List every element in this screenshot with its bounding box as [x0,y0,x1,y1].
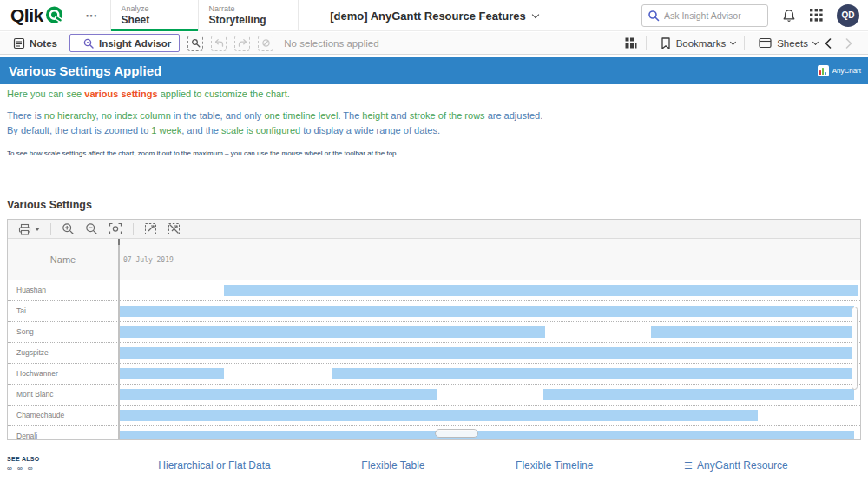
column-splitter[interactable] [118,239,120,439]
insight-search-box[interactable] [641,4,768,27]
notes-icon [13,37,25,49]
bookmarks-dropdown[interactable]: Bookmarks [655,37,736,49]
sheet-banner: Various Settings Applied AnyChart [0,57,868,84]
next-sheet-icon[interactable] [838,38,859,49]
tab-narrate-storytelling[interactable]: Narrate Storytelling [199,0,299,30]
top-bar: Qlik ●●● Analyze Sheet Narrate Storytell… [0,0,868,31]
gantt-row-track [120,343,860,363]
gantt-toolbar-separator [50,223,51,235]
footer-link[interactable]: Flexible Table [361,459,424,472]
app-title-dropdown[interactable]: [demo] AnyGantt Resource Features [330,10,538,23]
gantt-row-track [120,280,860,300]
gantt-row: Zugspitze [8,343,860,364]
anychart-logo[interactable]: AnyChart [818,65,861,76]
vertical-scrollbar[interactable] [852,307,858,390]
gantt-area: Name 07 July 2019 HuashanTaiSongZugspitz… [8,239,860,439]
footer-link[interactable]: Hierarchical or Flat Data [158,459,270,472]
intro-text-segment: Here you can see [7,89,84,99]
gantt-toolbar [8,220,860,239]
zoom-out-icon[interactable] [85,222,98,235]
tab-analyze-sheet[interactable]: Analyze Sheet [110,0,199,30]
intro-text-segment: stroke of the rows [410,110,485,121]
intro-text-segment: . The [338,110,362,121]
tab-label: Storytelling [209,14,298,26]
smart-search-selections-icon[interactable] [187,36,203,51]
footer-links: Hierarchical or Flat Data Flexible Table… [113,459,833,472]
intro-text-segment: and [388,110,409,121]
tab-section-label: Narrate [209,4,298,13]
notifications-bell-icon[interactable] [782,9,796,23]
sheets-label: Sheets [777,38,808,49]
insight-advisor-label: Insight Advisor [99,38,171,49]
chevron-down-icon [730,39,736,45]
intro-text: Here you can see various settings applie… [7,89,861,157]
gantt-row-track [120,322,860,342]
sheet-icon [759,37,772,49]
gantt-bar[interactable] [224,285,857,296]
marquee-zoom-off-icon[interactable] [168,222,181,235]
app-title: [demo] AnyGantt Resource Features [330,10,526,23]
qlik-logo-text: Qlik [10,5,43,26]
anychart-logo-text: AnyChart [832,67,861,75]
tab-label: Sheet [122,14,198,26]
sheet-title: Various Settings Applied [9,63,161,78]
qlik-logo[interactable]: Qlik [10,0,65,30]
clear-selections-icon[interactable] [258,36,273,51]
gantt-row: Huashan [8,280,860,301]
gantt-row: Denali [8,426,860,440]
gantt-bar[interactable] [120,431,854,440]
toolbar-right: Bookmarks Sheets [625,36,859,50]
intro-paragraph-2: There is no hierarchy, no index column i… [7,109,861,138]
link-icons[interactable]: ∞ ∞ ∞ [7,465,35,472]
print-button[interactable] [18,223,40,235]
gantt-bar[interactable] [120,326,545,338]
intro-text-segment: , and the [181,125,221,135]
notes-button[interactable]: Notes [9,37,57,49]
selections-status: No selections applied [284,38,378,49]
gantt-bar[interactable] [120,347,854,359]
tab-section-label: Analyze [122,4,198,13]
sheet-toolbar: Notes Insight Advisor No selections appl… [0,32,868,55]
gantt-bar[interactable] [120,368,224,379]
insight-search-input[interactable] [664,10,760,21]
qlik-sense-app: { "topbar": { "logo_text": "Qlik", "tabs… [0,0,868,488]
name-column-header: Name [8,239,118,280]
zoom-in-icon[interactable] [62,222,75,235]
assets-panel-icon[interactable] [625,37,637,49]
step-forward-icon[interactable] [234,36,250,51]
sheets-dropdown[interactable]: Sheets [753,37,818,49]
toolbar-separator [646,36,647,50]
gantt-bar[interactable] [120,306,854,317]
gantt-row: Hochwanner [8,364,860,385]
marquee-zoom-icon[interactable] [144,222,157,235]
gantt-bar[interactable] [120,389,437,400]
gantt-row-label: Zugspitze [8,343,118,363]
footer-link-label: Flexible Table [361,459,424,472]
gantt-bar[interactable] [120,410,758,421]
gantt-bar[interactable] [332,368,854,379]
search-icon [648,10,660,22]
fit-to-screen-icon[interactable] [108,222,122,235]
previous-sheet-icon[interactable] [818,38,838,49]
app-launcher-waffle-icon[interactable] [810,9,823,22]
gantt-row-track [120,426,860,440]
intro-text-segment: to display a wide range of dates. [300,125,440,135]
step-back-icon[interactable] [211,36,227,51]
gantt-bar[interactable] [543,389,854,400]
more-menu-icon[interactable]: ●●● [86,13,98,18]
intro-text-segment: applied to customize the chart. [158,89,290,99]
intro-text-segment: scale is configured [221,125,300,135]
footer-link-label: AnyGantt Resource [697,459,788,472]
intro-text-segment: There is [7,110,44,121]
timeline-date-header: 07 July 2019 [123,239,174,280]
avatar-initials: QD [842,10,855,20]
gantt-chart-panel: Name 07 July 2019 HuashanTaiSongZugspitz… [7,219,861,440]
footer-link[interactable]: Flexible Timeline [516,459,593,472]
user-avatar[interactable]: QD [837,4,859,27]
gantt-bar[interactable] [651,326,855,338]
horizontal-scrollbar[interactable] [435,429,478,438]
gantt-rows: HuashanTaiSongZugspitzeHochwannerMont Bl… [8,280,860,440]
insight-advisor-button[interactable]: Insight Advisor [69,34,180,52]
footer-link[interactable]: ☰AnyGantt Resource [684,459,788,472]
chart-section-heading: Various Settings [7,199,92,211]
